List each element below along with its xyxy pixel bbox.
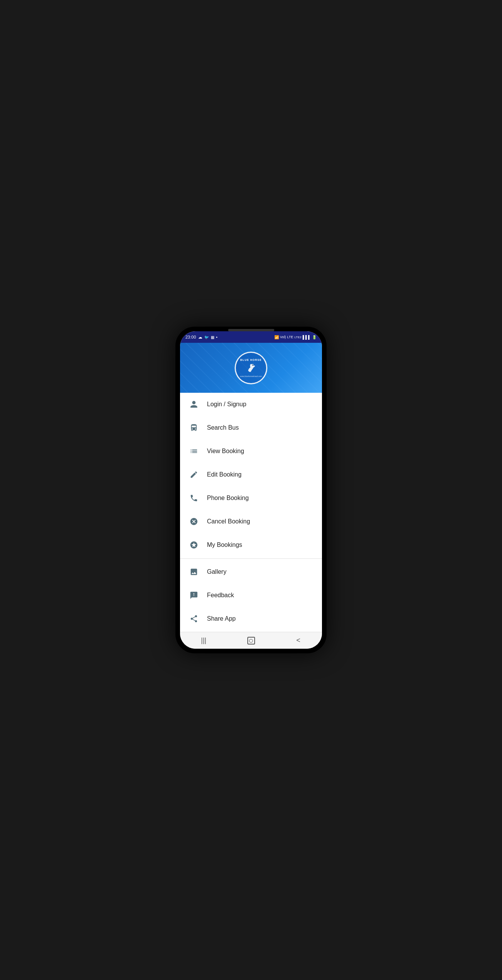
menu-item-feedback[interactable]: Feedback (180, 584, 322, 607)
status-bar: 23:00 ☁ 🐦 ▦ • 📶 Vol) LTE LTE2 ▌▌▌ 🔋 (180, 331, 322, 343)
logo-text: BLUE HORSE www.bluehorsetravel.com (240, 359, 262, 377)
status-right: 📶 Vol) LTE LTE2 ▌▌▌ 🔋 (274, 335, 317, 339)
my-bookings-label: My Bookings (207, 541, 242, 548)
feedback-icon (188, 589, 200, 601)
menu-divider (180, 558, 322, 559)
view-booking-label: View Booking (207, 448, 244, 455)
screen-content: BLUE HORSE www.bluehorsetravel.com (180, 343, 322, 632)
bottom-nav: ||| ○ < (180, 632, 322, 649)
logo-brand-bottom: www.bluehorsetravel.com (240, 375, 262, 377)
edit-booking-label: Edit Booking (207, 471, 242, 478)
menu-item-my-bookings[interactable]: My Bookings (180, 533, 322, 557)
recent-apps-icon: ||| (201, 636, 206, 644)
search-bus-label: Search Bus (207, 424, 239, 431)
signal-icon: ▌▌▌ (303, 335, 311, 339)
home-icon: ○ (247, 637, 255, 644)
person-icon (188, 398, 200, 410)
share-icon (188, 613, 200, 625)
wifi-icon: 📶 (274, 335, 279, 339)
phone-notch (228, 329, 274, 331)
gallery-label: Gallery (207, 568, 227, 575)
star-icon (188, 539, 200, 551)
menu-item-search-bus[interactable]: Search Bus (180, 416, 322, 440)
menu-item-contact-us[interactable]: Contact Us (180, 631, 322, 632)
cloud-icon: ☁ (198, 335, 202, 340)
logo-horse-icon (240, 361, 262, 375)
list-icon (188, 445, 200, 457)
menu-item-view-booking[interactable]: View Booking (180, 440, 322, 463)
login-label: Login / Signup (207, 401, 246, 408)
cancel-booking-label: Cancel Booking (207, 518, 250, 525)
logo-brand-top: BLUE HORSE (240, 359, 262, 361)
lte-label: LTE (287, 335, 293, 339)
menu-item-gallery[interactable]: Gallery (180, 560, 322, 584)
x-circle-icon (188, 515, 200, 528)
phone-icon (188, 492, 200, 504)
menu-group-2: Gallery Feedback Share App (180, 560, 322, 632)
dot-icon: • (216, 335, 218, 339)
phone-frame: 23:00 ☁ 🐦 ▦ • 📶 Vol) LTE LTE2 ▌▌▌ 🔋 (175, 327, 327, 653)
drawer-header: BLUE HORSE www.bluehorsetravel.com (180, 343, 322, 393)
menu-item-login[interactable]: Login / Signup (180, 393, 322, 416)
back-icon: < (296, 636, 300, 644)
svg-point-0 (252, 364, 253, 365)
drawer-panel: BLUE HORSE www.bluehorsetravel.com (180, 343, 322, 632)
vol-label: Vol) (280, 335, 286, 339)
feedback-label: Feedback (207, 592, 234, 599)
share-app-label: Share App (207, 615, 236, 622)
back-button[interactable]: < (291, 635, 306, 646)
menu-item-phone-booking[interactable]: Phone Booking (180, 487, 322, 510)
phone-booking-label: Phone Booking (207, 495, 249, 502)
menu-item-cancel-booking[interactable]: Cancel Booking (180, 510, 322, 533)
menu-item-share-app[interactable]: Share App (180, 607, 322, 631)
status-time: 23:00 (185, 335, 196, 339)
bus-icon (188, 422, 200, 434)
menu-group-1: Login / Signup Search Bus View Booking (180, 393, 322, 557)
menu-item-edit-booking[interactable]: Edit Booking (180, 463, 322, 487)
image-icon (188, 566, 200, 578)
battery-icon: 🔋 (312, 335, 317, 339)
status-left: 23:00 ☁ 🐦 ▦ • (185, 335, 217, 340)
twitter-icon: 🐦 (204, 335, 209, 339)
phone-screen: 23:00 ☁ 🐦 ▦ • 📶 Vol) LTE LTE2 ▌▌▌ 🔋 (180, 331, 322, 649)
lte2-label: LTE2 (294, 336, 302, 339)
pencil-icon (188, 468, 200, 481)
calendar-icon: ▦ (211, 335, 214, 339)
recent-apps-button[interactable]: ||| (196, 635, 212, 646)
home-button[interactable]: ○ (243, 635, 259, 646)
logo-circle: BLUE HORSE www.bluehorsetravel.com (235, 352, 267, 384)
